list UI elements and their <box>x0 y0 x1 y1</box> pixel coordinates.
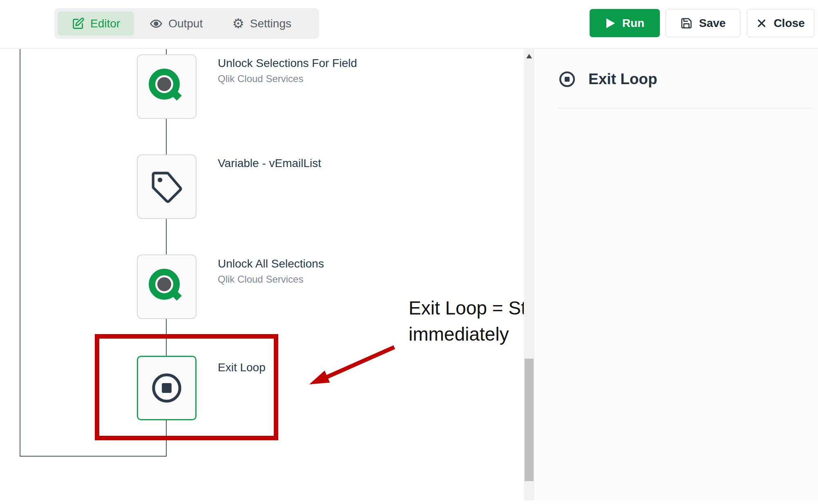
save-button-label: Save <box>699 17 726 30</box>
close-button-label: Close <box>773 17 805 30</box>
block-subtitle: Qlik Cloud Services <box>218 274 324 285</box>
tab-output[interactable]: Output <box>136 11 217 36</box>
eye-icon <box>150 17 163 30</box>
run-button-label: Run <box>622 17 644 30</box>
block-title: Variable - vEmailList <box>218 156 321 171</box>
gear-icon: ⚙ <box>232 17 244 30</box>
automation-editor-window: Editor Output ⚙ Settings Run <box>0 0 818 504</box>
edit-pencil-square-icon <box>72 17 85 30</box>
tab-editor[interactable]: Editor <box>58 11 134 36</box>
qlik-logo-icon <box>148 268 186 306</box>
tag-icon <box>150 169 184 204</box>
tab-settings-label: Settings <box>250 17 291 30</box>
block-subtitle: Qlik Cloud Services <box>218 73 357 85</box>
save-button[interactable]: Save <box>666 9 740 37</box>
stop-icon <box>150 371 184 405</box>
toolbar: Editor Output ⚙ Settings Run <box>0 0 818 49</box>
block-title: Unlock All Selections <box>218 256 324 271</box>
block-title: Unlock Selections For Field <box>218 56 357 71</box>
bottom-strip <box>524 500 818 504</box>
run-button[interactable]: Run <box>590 9 660 37</box>
close-button[interactable]: Close <box>747 9 814 37</box>
block-exit-loop[interactable] <box>137 356 197 420</box>
workflow-canvas: Unlock Selections For Field Qlik Cloud S… <box>0 49 524 504</box>
block-4-label: Exit Loop <box>218 360 266 375</box>
panel-header: Exit Loop <box>558 70 657 88</box>
block-properties-panel: Exit Loop <box>534 49 818 500</box>
block-variable-vemaillist[interactable] <box>137 154 197 219</box>
block-title: Exit Loop <box>218 360 266 375</box>
tab-editor-label: Editor <box>90 17 120 30</box>
scrollbar-up-arrow-icon[interactable] <box>526 54 532 58</box>
block-2-label: Variable - vEmailList <box>218 156 321 171</box>
floppy-save-icon <box>680 17 693 29</box>
loop-connector-left-line <box>20 49 20 457</box>
view-tabbar: Editor Output ⚙ Settings <box>54 8 319 39</box>
canvas-scrollbar-thumb[interactable] <box>525 359 534 481</box>
block-1-label: Unlock Selections For Field Qlik Cloud S… <box>218 56 357 85</box>
panel-divider <box>558 108 812 109</box>
block-unlock-selections-for-field[interactable] <box>137 54 197 119</box>
tab-settings[interactable]: ⚙ Settings <box>218 11 305 36</box>
loop-connector-bottom-line <box>20 456 167 457</box>
stop-icon <box>558 70 576 88</box>
play-icon <box>605 18 616 29</box>
block-unlock-all-selections[interactable] <box>137 254 197 319</box>
close-x-icon <box>756 18 767 29</box>
block-3-label: Unlock All Selections Qlik Cloud Service… <box>218 256 324 285</box>
tab-output-label: Output <box>168 17 203 30</box>
panel-title: Exit Loop <box>588 71 657 88</box>
qlik-logo-icon <box>148 68 186 105</box>
